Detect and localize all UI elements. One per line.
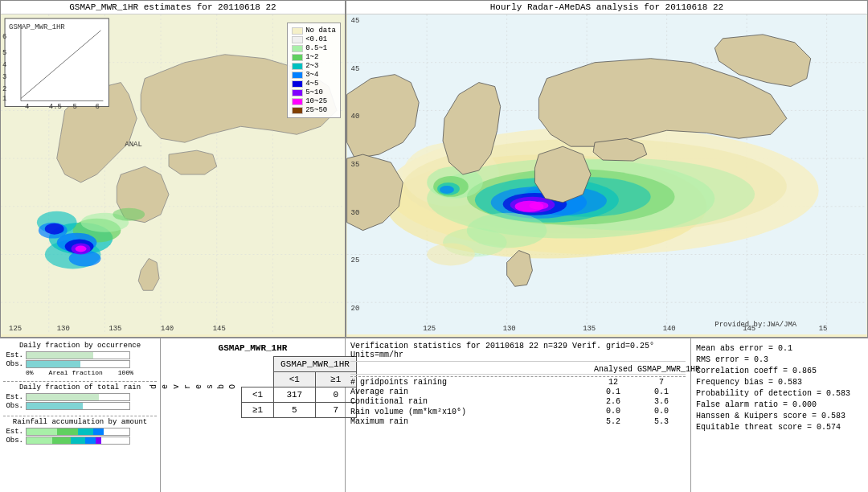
obs-occurrence-bar-fill: [27, 361, 80, 367]
stats-val-gridpoints-analysed: 12: [589, 378, 637, 387]
stats-label-rainvol: Rain volume (mm*km²x10⁶): [350, 407, 589, 416]
legend-label-5to10: 5~10: [305, 88, 323, 96]
svg-text:125: 125: [423, 325, 436, 333]
svg-marker-88: [534, 146, 591, 203]
left-map-panel: GSMAP_MWR_1HR estimates for 20110618 22: [0, 0, 346, 338]
svg-text:130: 130: [57, 325, 70, 333]
svg-text:5: 5: [73, 103, 77, 111]
stats-analysed-header: Analysed: [589, 365, 637, 374]
svg-text:135: 135: [108, 325, 121, 333]
divider-2: [3, 416, 157, 416]
legend-label-3to4: 3~4: [305, 71, 318, 79]
svg-text:15: 15: [819, 325, 828, 333]
rainfall-teal-fill: [78, 428, 93, 435]
legend-item-lt001: <0.01: [292, 35, 336, 43]
obs-rainfall-purple-fill: [96, 437, 102, 444]
svg-text:30: 30: [351, 209, 360, 217]
obs-rain-bar-row: Obs.: [3, 402, 157, 410]
right-map-svg: 45 45 40 35 30 25 20 125 130 135 140 145…: [346, 14, 867, 334]
legend-item-1to2: 1~2: [292, 53, 336, 61]
legend-label-2to3: 2~3: [305, 62, 318, 70]
maps-row: GSMAP_MWR_1HR estimates for 20110618 22: [0, 0, 868, 338]
legend-item-3to4: 3~4: [292, 71, 336, 79]
svg-text:3: 3: [2, 73, 6, 81]
legend-color-4to5: [292, 80, 303, 88]
right-map-content: 45 45 40 35 30 25 20 125 130 135 140 145…: [346, 14, 867, 334]
svg-text:35: 35: [351, 161, 360, 169]
occurrence-chart-section: Daily fraction by occurrence Est. Obs. 0…: [3, 342, 157, 376]
cell-lt1-lt1: 317: [274, 387, 315, 403]
stats-val-rainvol-gsmap: 0.0: [637, 407, 686, 416]
axis-label-1: Areal fraction: [49, 369, 103, 376]
stat-hanssen: Hanssen & Kuipers score = 0.583: [696, 412, 863, 420]
svg-point-86: [427, 244, 475, 266]
divider-1: [3, 381, 157, 382]
svg-marker-16: [169, 150, 217, 174]
legend-item-10to25: 10~25: [292, 97, 336, 105]
obs-rainfall-bar-row: Obs.: [3, 437, 157, 445]
svg-text:140: 140: [663, 325, 676, 333]
est-occurrence-bar-row: Est.: [3, 351, 157, 359]
est-occurrence-bar-container: [26, 351, 130, 359]
legend-label-nodata: No data: [305, 27, 336, 35]
svg-point-30: [113, 208, 145, 221]
occurrence-chart-title: Daily fraction by occurrence: [3, 342, 157, 350]
obs-side-label: Observed: [149, 384, 239, 389]
svg-text:4: 4: [2, 61, 6, 69]
obs-occurrence-bar-container: [26, 360, 130, 368]
svg-text:145: 145: [213, 325, 226, 333]
legend-item-5to10: 5~10: [292, 88, 336, 96]
legend-label-25to50: 25~50: [305, 106, 327, 114]
rainfall-green-fill: [27, 428, 57, 435]
bottom-row: Daily fraction by occurrence Est. Obs. 0…: [0, 338, 868, 492]
legend-item-2to3: 2~3: [292, 62, 336, 70]
stats-val-gridpoints-gsmap: 7: [637, 378, 686, 387]
stats-val-maxrain-gsmap: 5.3: [637, 417, 686, 426]
right-map-title: Hourly Radar-AMeDAS analysis for 2011061…: [346, 1, 867, 14]
contingency-table: GSMAP_MWR_1HR <1 ≥1 <1 317 0 ≥1 5: [241, 356, 357, 418]
obs-occurrence-bar-row: Obs.: [3, 360, 157, 368]
obs-rainfall-teal-fill: [71, 437, 85, 444]
legend-color-05to1: [292, 45, 303, 52]
est-occurrence-bar-fill: [27, 352, 93, 359]
svg-text:135: 135: [583, 325, 596, 333]
legend-label-10to25: 10~25: [305, 97, 327, 105]
col-lt1-header: <1: [274, 372, 315, 387]
contingency-table-panel: GSMAP_MWR_1HR Observed GSMAP_MWR_1HR <1 …: [161, 338, 346, 492]
svg-text:125: 125: [9, 325, 22, 333]
legend-color-lt001: [292, 36, 303, 43]
est-rain-bar-container: [26, 393, 130, 401]
legend-label-1to2: 1~2: [305, 53, 318, 61]
svg-text:140: 140: [161, 325, 174, 333]
svg-text:25: 25: [351, 256, 360, 264]
rainfall-blue-fill: [93, 428, 104, 435]
svg-text:6: 6: [95, 103, 99, 111]
rainfall-chart-title: Rainfall accumulation by amount: [3, 418, 157, 426]
stats-row-maxrain: Maximum rain 5.2 5.3: [350, 417, 686, 426]
obs-rain-bar-fill: [27, 403, 83, 409]
svg-text:130: 130: [503, 325, 516, 333]
rain-chart-title: Daily fraction of total rain: [3, 383, 157, 392]
svg-text:GSMAP_MWR_1HR: GSMAP_MWR_1HR: [9, 23, 65, 31]
svg-point-79: [529, 202, 548, 210]
stats-label-condrain: Conditional rain: [350, 397, 589, 406]
svg-text:1: 1: [2, 95, 6, 103]
est-label-3: Est.: [3, 428, 23, 436]
legend-color-nodata: [292, 27, 303, 35]
svg-text:4.5: 4.5: [49, 103, 62, 111]
legend-item-4to5: 4~5: [292, 80, 336, 88]
rain-chart-section: Daily fraction of total rain Est. Obs.: [3, 383, 157, 411]
legend-item-05to1: 0.5~1: [292, 44, 336, 52]
svg-text:5: 5: [2, 49, 6, 57]
est-rainfall-bar-container: [26, 428, 130, 436]
stats-row-gridpoints: # gridpoints raining 12 7: [350, 378, 686, 387]
stat-mean-abs: Mean abs error = 0.1: [696, 344, 863, 353]
est-label-2: Est.: [3, 393, 23, 401]
legend-label-lt001: <0.01: [305, 35, 327, 43]
svg-point-28: [45, 223, 64, 235]
stats-val-condrain-analysed: 2.6: [589, 397, 637, 406]
svg-text:40: 40: [351, 113, 360, 121]
stats-val-avgrain-gsmap: 0.1: [637, 387, 686, 396]
legend-color-2to3: [292, 63, 303, 70]
stats-row-rainvol: Rain volume (mm*km²x10⁶) 0.0 0.0: [350, 407, 686, 416]
